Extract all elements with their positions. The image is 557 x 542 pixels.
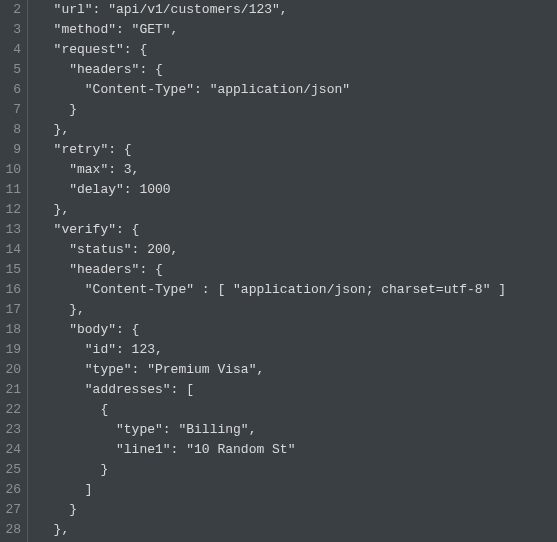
code-line[interactable]: }, [38,520,506,540]
code-line[interactable]: "retry": { [38,140,506,160]
line-number: 2 [4,0,21,20]
line-number: 27 [4,500,21,520]
line-number: 20 [4,360,21,380]
code-line[interactable]: "type": "Premium Visa", [38,360,506,380]
code-line[interactable]: "line1": "10 Random St" [38,440,506,460]
code-line[interactable]: }, [38,120,506,140]
code-line[interactable]: }, [38,200,506,220]
code-line[interactable]: "body": { [38,320,506,340]
line-number: 28 [4,520,21,540]
code-line[interactable]: "addresses": [ [38,380,506,400]
line-number: 24 [4,440,21,460]
code-line[interactable]: "headers": { [38,260,506,280]
line-number: 5 [4,60,21,80]
code-line[interactable]: "verify": { [38,220,506,240]
code-line[interactable]: "id": 123, [38,340,506,360]
line-number: 13 [4,220,21,240]
code-line[interactable]: "url": "api/v1/customers/123", [38,0,506,20]
code-line[interactable]: "status": 200, [38,240,506,260]
code-line[interactable]: } [38,500,506,520]
code-line[interactable]: "max": 3, [38,160,506,180]
line-number: 23 [4,420,21,440]
line-number: 4 [4,40,21,60]
line-number-gutter: 2345678910111213141516171819202122232425… [0,0,28,542]
line-number: 8 [4,120,21,140]
code-line[interactable]: ] [38,480,506,500]
line-number: 21 [4,380,21,400]
line-number: 17 [4,300,21,320]
line-number: 18 [4,320,21,340]
line-number: 12 [4,200,21,220]
code-line[interactable]: "headers": { [38,60,506,80]
line-number: 9 [4,140,21,160]
line-number: 14 [4,240,21,260]
code-line[interactable]: "Content-Type" : [ "application/json; ch… [38,280,506,300]
line-number: 11 [4,180,21,200]
line-number: 15 [4,260,21,280]
code-content[interactable]: "url": "api/v1/customers/123", "method":… [28,0,506,542]
code-line[interactable]: "Content-Type": "application/json" [38,80,506,100]
code-line[interactable]: "type": "Billing", [38,420,506,440]
line-number: 3 [4,20,21,40]
line-number: 16 [4,280,21,300]
code-line[interactable]: "request": { [38,40,506,60]
line-number: 26 [4,480,21,500]
line-number: 10 [4,160,21,180]
code-line[interactable]: } [38,100,506,120]
code-line[interactable]: "delay": 1000 [38,180,506,200]
line-number: 6 [4,80,21,100]
code-editor[interactable]: 2345678910111213141516171819202122232425… [0,0,557,542]
line-number: 22 [4,400,21,420]
code-line[interactable]: { [38,400,506,420]
code-line[interactable]: } [38,460,506,480]
code-line[interactable]: }, [38,300,506,320]
line-number: 7 [4,100,21,120]
line-number: 19 [4,340,21,360]
line-number: 25 [4,460,21,480]
code-line[interactable]: "method": "GET", [38,20,506,40]
